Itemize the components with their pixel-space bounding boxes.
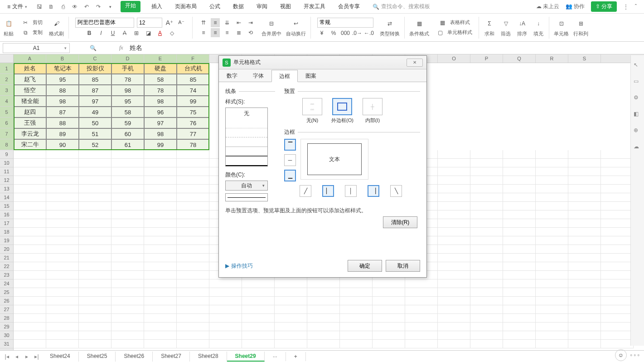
empty-cell[interactable] (601, 228, 634, 236)
empty-cell[interactable] (14, 314, 46, 323)
border-hmid-button[interactable]: ─ (284, 154, 296, 166)
empty-cell[interactable] (177, 167, 209, 176)
data-cell[interactable]: 99 (144, 139, 177, 150)
empty-cell[interactable] (438, 245, 470, 254)
data-cell[interactable]: 52 (79, 139, 111, 150)
sort-group[interactable]: ↓A排序 (516, 18, 528, 37)
qat-more-icon[interactable]: ▾ (106, 3, 114, 11)
data-cell[interactable]: 59 (111, 117, 144, 128)
empty-cell[interactable] (503, 279, 536, 288)
indent-dec-icon[interactable]: ⇤ (234, 18, 243, 27)
empty-cell[interactable] (209, 314, 242, 323)
row-header-30[interactable]: 30 (0, 331, 13, 340)
row-header-11[interactable]: 11 (0, 167, 13, 176)
data-cell[interactable]: 51 (79, 128, 111, 139)
empty-cell[interactable] (503, 185, 536, 193)
empty-cell[interactable] (438, 331, 470, 340)
empty-cell[interactable] (14, 331, 46, 340)
empty-cell[interactable] (307, 331, 340, 340)
empty-cell[interactable] (144, 159, 177, 167)
empty-cell[interactable] (601, 159, 634, 167)
zoom-icon[interactable]: 🔍 (90, 45, 97, 51)
empty-cell[interactable] (503, 305, 536, 314)
empty-cell[interactable] (438, 288, 470, 297)
empty-cell[interactable] (373, 297, 405, 305)
data-cell[interactable]: 89 (46, 128, 79, 139)
row-header-31[interactable]: 31 (0, 340, 13, 348)
empty-cell[interactable] (568, 279, 601, 288)
empty-cell[interactable] (209, 305, 242, 314)
data-cell[interactable]: 90 (46, 139, 79, 150)
empty-cell[interactable] (536, 279, 568, 288)
empty-cell[interactable] (470, 288, 503, 297)
highlight-icon[interactable]: ◇ (167, 29, 176, 38)
empty-cell[interactable] (144, 305, 177, 314)
empty-cell[interactable] (536, 323, 568, 331)
comma-icon[interactable]: 000 (341, 29, 350, 38)
sheet-tab-Sheet24[interactable]: Sheet24 (42, 352, 79, 362)
tips-link[interactable]: ▶操作技巧 (225, 262, 253, 270)
clear-button[interactable]: 清除(R) (383, 216, 417, 228)
preview-icon[interactable]: 👁 (71, 3, 79, 11)
row-header-23[interactable]: 23 (0, 271, 13, 279)
empty-cell[interactable] (405, 297, 438, 305)
font-color-icon[interactable]: A (155, 29, 165, 38)
empty-cell[interactable] (144, 210, 177, 219)
row-header-24[interactable]: 24 (0, 279, 13, 288)
name-box[interactable]: A1 (3, 43, 70, 53)
data-cell[interactable]: 78 (177, 139, 209, 150)
empty-cell[interactable] (177, 331, 209, 340)
empty-cell[interactable] (144, 228, 177, 236)
empty-cell[interactable] (275, 314, 307, 323)
empty-cell[interactable] (470, 210, 503, 219)
empty-cell[interactable] (438, 340, 470, 348)
empty-cell[interactable] (307, 323, 340, 331)
col-header-O[interactable]: O (438, 54, 470, 63)
tab-formula[interactable]: 公式 (208, 1, 222, 12)
empty-cell[interactable] (470, 219, 503, 228)
empty-cell[interactable] (536, 176, 568, 185)
empty-cell[interactable] (536, 193, 568, 202)
empty-cell[interactable] (79, 236, 111, 245)
empty-cell[interactable] (536, 236, 568, 245)
formula-input[interactable]: 姓名 (127, 44, 644, 52)
empty-cell[interactable] (373, 305, 405, 314)
empty-cell[interactable] (405, 288, 438, 297)
empty-cell[interactable] (79, 193, 111, 202)
empty-cell[interactable] (46, 254, 79, 262)
empty-cell[interactable] (209, 279, 242, 288)
data-cell[interactable]: 悟空 (14, 85, 46, 96)
paste-group[interactable]: 📋 粘贴 (3, 18, 15, 37)
empty-cell[interactable] (177, 262, 209, 271)
empty-cell[interactable] (601, 150, 634, 159)
empty-cell[interactable] (601, 323, 634, 331)
empty-cell[interactable] (438, 167, 470, 176)
empty-cell[interactable] (242, 297, 275, 305)
data-cell[interactable]: 85 (79, 74, 111, 85)
empty-row[interactable] (14, 323, 644, 331)
empty-cell[interactable] (275, 340, 307, 348)
empty-cell[interactable] (46, 297, 79, 305)
tab-review[interactable]: 审阅 (255, 1, 269, 12)
empty-row[interactable] (14, 314, 644, 323)
empty-cell[interactable] (601, 314, 634, 323)
empty-cell[interactable] (46, 167, 79, 176)
data-cell[interactable]: 49 (79, 107, 111, 117)
cond-format-group[interactable]: ▦ 条件格式 (409, 18, 429, 37)
empty-cell[interactable] (275, 331, 307, 340)
file-menu[interactable]: ≡ 文件 ▾ (4, 2, 31, 11)
empty-cell[interactable] (340, 323, 373, 331)
empty-cell[interactable] (46, 262, 79, 271)
empty-cell[interactable] (275, 288, 307, 297)
empty-cell[interactable] (601, 279, 634, 288)
data-cell[interactable]: 99 (177, 96, 209, 107)
empty-cell[interactable] (503, 314, 536, 323)
data-cell[interactable]: 88 (46, 117, 79, 128)
empty-cell[interactable] (536, 305, 568, 314)
data-cell[interactable]: 猪全能 (14, 96, 46, 107)
empty-cell[interactable] (177, 279, 209, 288)
empty-cell[interactable] (503, 202, 536, 210)
align-left-icon[interactable]: ≡ (199, 28, 208, 37)
empty-cell[interactable] (568, 210, 601, 219)
sheet-tab-Sheet26[interactable]: Sheet26 (116, 352, 153, 362)
